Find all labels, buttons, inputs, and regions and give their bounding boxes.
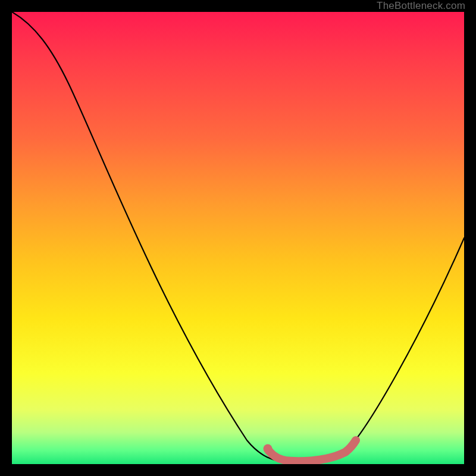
- bottleneck-curve: [12, 12, 464, 462]
- curve-svg: [12, 12, 464, 464]
- marker-start-dot: [264, 444, 273, 453]
- watermark-text: TheBottleneck.com: [377, 0, 465, 12]
- optimal-range-marker: [268, 440, 356, 461]
- chart-frame: TheBottleneck.com: [0, 0, 476, 476]
- plot-area: [12, 12, 464, 464]
